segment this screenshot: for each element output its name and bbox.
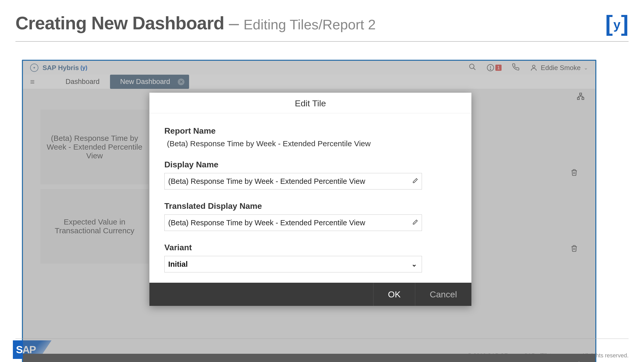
hybris-small-logo: (y) [80,64,87,71]
tile-expected-value[interactable]: Expected Value in Transactional Currency [40,189,149,264]
app-topbar: SAP Hybris (y) 1 Eddie Smoke ⌄ [23,61,595,75]
display-name-input-wrap[interactable] [164,173,422,189]
svg-rect-6 [580,93,582,95]
user-menu[interactable]: Eddie Smoke ⌄ [530,64,588,72]
slide-divider [15,41,629,42]
alert-count: 1 [495,65,502,71]
dashboard-footer: Save Cancel [23,354,595,362]
tab-dashboard-label: Dashboard [66,78,100,86]
pencil-icon[interactable] [412,219,418,227]
report-name-field: Report Name (Beta) Response Time by Week… [164,126,456,148]
report-name-value: (Beta) Response Time by Week - Extended … [164,139,456,148]
cancel-button[interactable]: Cancel [415,283,471,306]
menu-icon[interactable]: ≡ [30,77,35,86]
svg-point-0 [470,64,474,68]
close-tab-icon[interactable]: ✕ [178,79,184,85]
chevron-down-icon: ⌄ [584,65,588,71]
translated-name-input[interactable] [165,215,422,231]
search-icon[interactable] [469,63,476,73]
variant-label: Variant [164,243,456,252]
delete-icon[interactable] [571,245,578,254]
variant-field: Variant Initial ⌄ [164,243,456,272]
dialog-footer: OK Cancel [149,283,471,306]
hybris-logo: [y] [605,13,629,31]
user-name: Eddie Smoke [541,64,581,72]
edit-tile-dialog: Edit Tile Report Name (Beta) Response Ti… [149,93,471,306]
slide-title-main: Creating New Dashboard [15,13,224,33]
chevron-down-icon: ⌄ [411,260,417,268]
delete-icon[interactable] [571,169,578,178]
slide-header: Creating New Dashboard – Editing Tiles/R… [0,0,644,39]
ok-button-label: OK [388,289,401,299]
hierarchy-icon[interactable] [577,92,584,102]
tab-dashboard[interactable]: Dashboard [55,75,110,89]
translated-name-label: Translated Display Name [164,201,456,211]
slide-title-separator: – [229,13,239,33]
app-brand-text: SAP Hybris [43,64,79,72]
variant-value: Initial [168,260,188,269]
display-name-label: Display Name [164,160,456,169]
svg-point-4 [490,69,491,70]
compass-icon[interactable] [30,64,38,72]
app-brand: SAP Hybris (y) [43,64,87,72]
cancel-button-label: Cancel [430,289,457,299]
footer-divider [15,339,629,339]
tile-expected-value-label: Expected Value in Transactional Currency [45,218,144,235]
phone-icon[interactable] [512,63,520,73]
display-name-field: Display Name [164,160,456,189]
tab-new-dashboard-label: New Dashboard [120,78,170,86]
svg-rect-8 [582,98,584,100]
pencil-icon[interactable] [412,177,418,185]
display-name-input[interactable] [165,173,422,189]
translated-name-input-wrap[interactable] [164,214,422,231]
ok-button[interactable]: OK [373,283,415,306]
alert-icon[interactable]: 1 [487,64,502,72]
cancel-button[interactable]: Cancel [554,360,580,362]
tile-response-time-label: (Beta) Response Time by Week - Extended … [45,134,144,160]
slide-title: Creating New Dashboard – Editing Tiles/R… [15,13,376,33]
tile-response-time[interactable]: (Beta) Response Time by Week - Extended … [40,110,149,184]
svg-rect-7 [578,98,580,100]
report-name-label: Report Name [164,126,456,136]
tab-bar: ≡ Dashboard New Dashboard ✕ [23,75,595,89]
svg-line-1 [473,68,476,70]
translated-name-field: Translated Display Name [164,201,456,231]
slide-title-sub: Editing Tiles/Report 2 [243,16,376,32]
save-button[interactable]: Save [525,360,544,362]
svg-point-5 [532,65,535,68]
dialog-title: Edit Tile [149,93,471,113]
tab-new-dashboard[interactable]: New Dashboard ✕ [110,75,189,89]
variant-select[interactable]: Initial ⌄ [164,256,422,272]
